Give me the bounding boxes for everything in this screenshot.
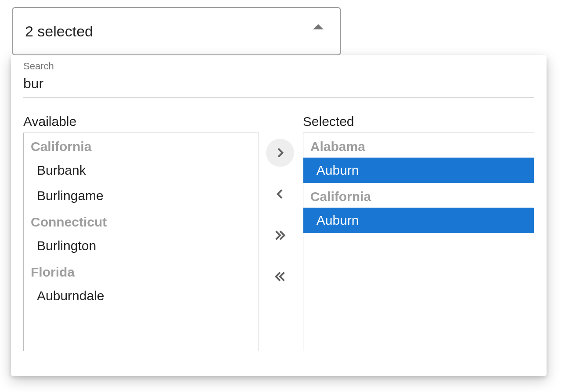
double-chevron-left-icon bbox=[273, 270, 287, 284]
chevron-left-icon bbox=[273, 187, 287, 201]
selected-group-head: Alabama bbox=[303, 133, 534, 158]
available-heading: Available bbox=[23, 114, 259, 129]
search-input[interactable] bbox=[23, 73, 534, 97]
available-group-head: Connecticut bbox=[24, 209, 259, 233]
selected-listbox[interactable]: AlabamaAuburnCaliforniaAuburn bbox=[303, 133, 534, 351]
search-label: Search bbox=[23, 61, 534, 72]
double-chevron-right-icon bbox=[273, 228, 287, 242]
available-listbox[interactable]: CaliforniaBurbankBurlingameConnecticutBu… bbox=[23, 133, 259, 351]
selected-item[interactable]: Auburn bbox=[303, 158, 534, 183]
available-item[interactable]: Burlington bbox=[24, 233, 259, 259]
chevron-right-icon bbox=[273, 146, 287, 160]
move-all-right-button[interactable] bbox=[266, 221, 294, 249]
search-field: Search bbox=[23, 61, 534, 97]
multiselect-panel: Search Available CaliforniaBurbankBurlin… bbox=[11, 55, 547, 376]
multiselect-trigger[interactable]: 2 selected bbox=[12, 7, 341, 55]
caret-up-icon bbox=[313, 24, 324, 29]
available-item[interactable]: Burbank bbox=[24, 158, 259, 183]
move-right-button[interactable] bbox=[266, 139, 294, 167]
move-left-button[interactable] bbox=[266, 180, 294, 208]
selected-item[interactable]: Auburn bbox=[303, 208, 534, 233]
available-item[interactable]: Auburndale bbox=[24, 283, 259, 309]
move-all-left-button[interactable] bbox=[266, 263, 294, 291]
available-group-head: California bbox=[24, 133, 259, 158]
available-item[interactable]: Burlingame bbox=[24, 183, 259, 209]
selected-heading: Selected bbox=[303, 114, 534, 129]
selected-group-head: California bbox=[303, 183, 534, 208]
multiselect-trigger-label: 2 selected bbox=[25, 23, 93, 40]
available-group-head: Florida bbox=[24, 259, 259, 283]
